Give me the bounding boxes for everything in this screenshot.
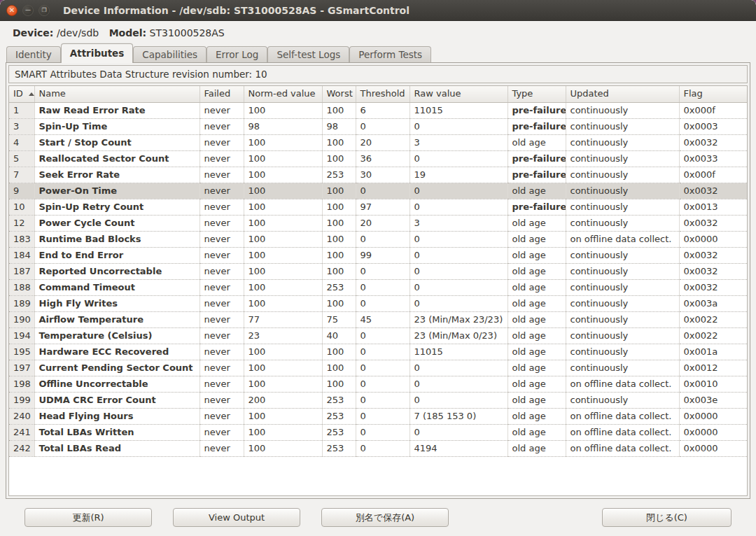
save-as-button[interactable]: 別名で保存(A) (321, 508, 449, 527)
cell-type: old age (507, 344, 566, 360)
column-header-failed[interactable]: Failed (200, 86, 244, 102)
cell-threshold: 0 (356, 279, 410, 295)
table-row[interactable]: 197Current Pending Sector Countnever1001… (9, 360, 747, 376)
table-row[interactable]: 189High Fly Writesnever10010000old ageco… (9, 295, 747, 311)
cell-flag: 0x003e (679, 392, 747, 408)
tab-attributes[interactable]: Attributes (61, 43, 134, 63)
column-header-id[interactable]: ID (9, 86, 34, 102)
table-row[interactable]: 183Runtime Bad Blocksnever10010000old ag… (9, 231, 747, 247)
column-header-raw-value[interactable]: Raw value (410, 86, 507, 102)
view-output-button[interactable]: View Output (173, 508, 300, 527)
cell-id: 4 (9, 134, 34, 150)
table-row[interactable]: 242Total LBAs Readnever10025304194old ag… (9, 440, 747, 456)
cell-raw-value: 0 (410, 247, 507, 263)
cell-threshold: 0 (356, 295, 410, 311)
cell-raw-value: 0 (410, 199, 507, 215)
tab-identity[interactable]: Identity (6, 46, 61, 63)
table-row[interactable]: 1Raw Read Error Ratenever100100611015pre… (9, 102, 747, 118)
table-row[interactable]: 198Offline Uncorrectablenever10010000old… (9, 376, 747, 392)
cell-id: 190 (9, 311, 34, 327)
cell-type: old age (507, 408, 566, 424)
cell-flag: 0x000f (679, 167, 747, 183)
cell-type: old age (507, 295, 566, 311)
cell-failed: never (200, 183, 244, 199)
column-header-updated[interactable]: Updated (566, 86, 679, 102)
smart-revision-info: SMART Attributes Data Structure revision… (8, 65, 748, 83)
attributes-table-container: ID Name Failed Norm-ed value Worst Thres… (8, 85, 748, 496)
column-header-worst[interactable]: Worst (322, 86, 356, 102)
cell-normed-value: 100 (244, 183, 322, 199)
table-row[interactable]: 4Start / Stop Countnever100100203old age… (9, 134, 747, 150)
cell-raw-value: 3 (410, 215, 507, 231)
cell-worst: 100 (322, 247, 356, 263)
tab-error-log[interactable]: Error Log (206, 46, 267, 63)
cell-worst: 75 (322, 311, 356, 327)
cell-type: pre-failure (507, 102, 566, 118)
table-header-row: ID Name Failed Norm-ed value Worst Thres… (9, 86, 747, 102)
cell-updated: continuously (566, 102, 679, 118)
table-row[interactable]: 241Total LBAs Writtennever10025300old ag… (9, 424, 747, 440)
table-row[interactable]: 195Hardware ECC Recoverednever1001000110… (9, 344, 747, 360)
cell-updated: continuously (566, 360, 679, 376)
refresh-button[interactable]: 更新(R) (24, 508, 152, 527)
cell-name: UDMA CRC Error Count (34, 392, 200, 408)
cell-updated: continuously (566, 311, 679, 327)
table-row[interactable]: 194Temperature (Celsius)never2340023 (Mi… (9, 327, 747, 344)
column-header-threshold[interactable]: Threshold (356, 86, 410, 102)
cell-worst: 100 (322, 215, 356, 231)
table-row[interactable]: 7Seek Error Ratenever1002533019pre-failu… (9, 167, 747, 183)
window-minimize-button[interactable]: — (22, 5, 34, 16)
cell-failed: never (200, 102, 244, 118)
window-close-button[interactable]: ✕ (6, 5, 18, 16)
table-row[interactable]: 10Spin-Up Retry Countnever100100970pre-f… (9, 199, 747, 215)
column-header-type[interactable]: Type (507, 86, 566, 102)
cell-type: pre-failure (507, 167, 566, 183)
table-row[interactable]: 188Command Timeoutnever10025300old ageco… (9, 279, 747, 295)
cell-threshold: 45 (356, 311, 410, 327)
cell-raw-value: 23 (Min/Max 0/23) (410, 327, 507, 344)
cell-threshold: 0 (356, 392, 410, 408)
cell-raw-value: 11015 (410, 102, 507, 118)
cell-id: 10 (9, 199, 34, 215)
cell-failed: never (200, 118, 244, 134)
cell-normed-value: 100 (244, 134, 322, 150)
table-row[interactable]: 190Airflow Temperaturenever77754523 (Min… (9, 311, 747, 327)
cell-flag: 0x0000 (679, 231, 747, 247)
cell-id: 1 (9, 102, 34, 118)
cell-updated: continuously (566, 295, 679, 311)
tab-self-test-logs[interactable]: Self-test Logs (267, 46, 349, 63)
cell-threshold: 0 (356, 183, 410, 199)
column-header-flag[interactable]: Flag (679, 86, 747, 102)
cell-name: Reallocated Sector Count (34, 150, 200, 167)
cell-name: Reported Uncorrectable (34, 263, 200, 279)
table-row[interactable]: 199UDMA CRC Error Countnever20025300old … (9, 392, 747, 408)
cell-type: pre-failure (507, 150, 566, 167)
tab-capabilities[interactable]: Capabilities (133, 46, 206, 63)
table-row[interactable]: 9Power-On Timenever10010000old agecontin… (9, 183, 747, 199)
cell-raw-value: 19 (410, 167, 507, 183)
column-header-normed-value[interactable]: Norm-ed value (244, 86, 322, 102)
table-row[interactable]: 184End to End Errornever100100990old age… (9, 247, 747, 263)
cell-threshold: 20 (356, 215, 410, 231)
cell-type: old age (507, 392, 566, 408)
table-row[interactable]: 12Power Cycle Countnever100100203old age… (9, 215, 747, 231)
cell-id: 5 (9, 150, 34, 167)
cell-name: Raw Read Error Rate (34, 102, 200, 118)
window-maximize-button[interactable]: ❐ (38, 5, 50, 16)
tab-perform-tests[interactable]: Perform Tests (349, 46, 431, 63)
close-button[interactable]: 閉じる(C) (602, 508, 732, 527)
cell-failed: never (200, 279, 244, 295)
column-header-name[interactable]: Name (34, 86, 200, 102)
cell-normed-value: 100 (244, 376, 322, 392)
cell-type: old age (507, 183, 566, 199)
cell-threshold: 30 (356, 167, 410, 183)
table-row[interactable]: 240Head Flying Hoursnever10025307 (185 1… (9, 408, 747, 424)
cell-raw-value: 4194 (410, 440, 507, 456)
cell-threshold: 0 (356, 376, 410, 392)
cell-updated: on offline data collect. (566, 408, 679, 424)
table-row[interactable]: 5Reallocated Sector Countnever100100360p… (9, 150, 747, 167)
table-row[interactable]: 3Spin-Up Timenever989800pre-failureconti… (9, 118, 747, 134)
cell-flag: 0x0000 (679, 440, 747, 456)
table-row[interactable]: 187Reported Uncorrectablenever10010000ol… (9, 263, 747, 279)
cell-name: Seek Error Rate (34, 167, 200, 183)
